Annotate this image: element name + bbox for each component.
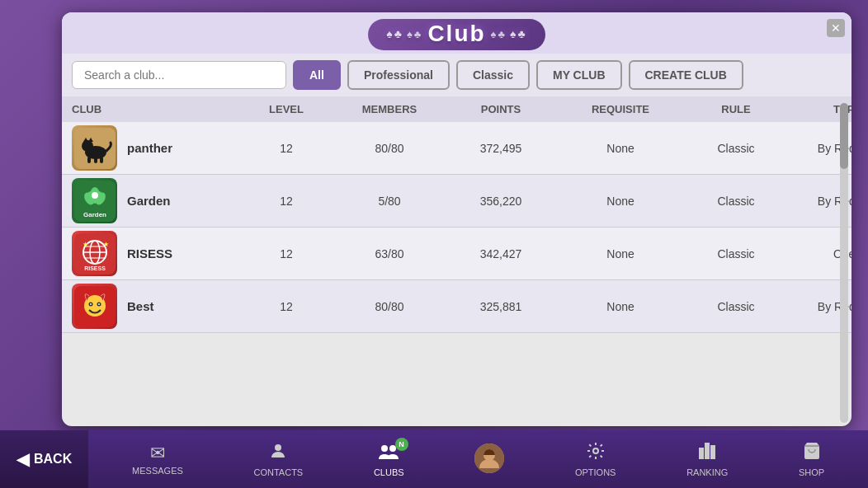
points-panther: 372,495 <box>443 142 559 155</box>
ranking-label: RANKING <box>686 467 728 477</box>
col-rule: RULE <box>682 103 790 115</box>
svg-text:Garden: Garden <box>83 211 106 218</box>
svg-point-35 <box>593 448 598 453</box>
svg-rect-36 <box>705 443 710 459</box>
risess-icon: ★ ★ RISESS <box>74 233 116 274</box>
col-members: MEMBERS <box>336 103 443 115</box>
club-logo-best <box>72 284 117 329</box>
nav-items: ✉ MESSAGES CONTACTS N <box>88 430 868 488</box>
club-info-risess: ★ ★ RISESS RISESS <box>72 231 237 276</box>
rule-panther: Classic <box>682 142 790 155</box>
options-icon <box>586 441 606 466</box>
level-garden: 12 <box>237 195 336 208</box>
svg-point-31 <box>381 445 388 452</box>
nav-shop[interactable]: SHOP <box>786 434 837 484</box>
title-area: ♠♣ Club ♠♣ <box>62 12 851 54</box>
points-risess: 342,427 <box>443 247 559 260</box>
scrollbar-thumb[interactable] <box>840 103 848 169</box>
avatar-icon <box>474 443 504 473</box>
close-button[interactable]: ✕ <box>827 19 845 37</box>
club-title: ♠♣ Club ♠♣ <box>368 19 545 50</box>
club-logo-panther <box>72 125 117 171</box>
filter-bar: All Professional Classic MY CLUB CREATE … <box>62 54 851 96</box>
svg-point-28 <box>90 303 92 305</box>
garden-logo-inner: Garden <box>72 178 117 223</box>
club-info-best: Best <box>72 284 237 329</box>
back-button[interactable]: ◀ BACK <box>0 449 88 469</box>
create-club-button[interactable]: CREATE CLUB <box>629 60 743 90</box>
filter-professional-button[interactable]: Professional <box>347 60 450 90</box>
requisite-risess: None <box>559 247 682 260</box>
club-info-panther: panther <box>72 125 237 171</box>
clubs-badge: N <box>395 438 408 451</box>
club-name-panther: panther <box>127 141 172 155</box>
level-best: 12 <box>237 300 336 313</box>
messages-label: MESSAGES <box>132 466 183 476</box>
messages-icon: ✉ <box>150 443 165 464</box>
nav-ranking[interactable]: RANKING <box>674 434 740 484</box>
requisite-panther: None <box>559 142 682 155</box>
filter-classic-button[interactable]: Classic <box>456 60 530 90</box>
level-risess: 12 <box>237 247 336 260</box>
clubs-label: CLUBS <box>374 467 404 477</box>
avatar <box>474 443 504 473</box>
options-label: OPTIONS <box>575 467 616 477</box>
svg-rect-37 <box>699 448 704 459</box>
contacts-icon <box>268 441 288 466</box>
points-garden: 356,220 <box>443 195 559 208</box>
nav-options[interactable]: OPTIONS <box>563 434 629 484</box>
nav-clubs[interactable]: N CLUBS <box>361 434 417 484</box>
back-arrow-icon: ◀ <box>17 449 29 469</box>
members-garden: 5/80 <box>336 195 443 208</box>
svg-point-30 <box>275 444 281 451</box>
svg-text:RISESS: RISESS <box>84 265 106 271</box>
rule-garden: Classic <box>682 195 790 208</box>
club-name-risess: RISESS <box>127 246 172 260</box>
panther-icon <box>74 128 116 169</box>
points-best: 325,881 <box>443 300 559 313</box>
members-best: 80/80 <box>336 300 443 313</box>
svg-text:★: ★ <box>83 241 88 248</box>
svg-point-13 <box>92 192 98 199</box>
svg-rect-38 <box>710 445 715 459</box>
back-label: BACK <box>34 452 72 467</box>
svg-rect-5 <box>100 157 103 163</box>
club-logo-garden: Garden <box>72 178 117 223</box>
svg-rect-4 <box>94 157 97 163</box>
col-requisite: REQUISITE <box>559 103 682 115</box>
svg-text:★: ★ <box>103 241 109 248</box>
title-decoration-left: ♠♣ <box>407 28 422 40</box>
requisite-best: None <box>559 300 682 313</box>
filter-myclubs-button[interactable]: MY CLUB <box>536 60 622 90</box>
requisite-garden: None <box>559 195 682 208</box>
rule-best: Classic <box>682 300 790 313</box>
search-input[interactable] <box>72 61 286 89</box>
club-logo-risess: ★ ★ RISESS <box>72 231 117 276</box>
bottom-nav: ◀ BACK ✉ MESSAGES CONTACTS <box>0 430 868 488</box>
club-name-best: Best <box>127 299 154 313</box>
ranking-icon <box>697 441 717 466</box>
table-row[interactable]: Garden Garden 12 5/80 356,220 None Class… <box>62 175 851 228</box>
svg-point-2 <box>82 140 93 152</box>
members-panther: 80/80 <box>336 142 443 155</box>
col-club: CLUB <box>72 103 237 115</box>
nav-profile[interactable] <box>462 437 517 481</box>
nav-contacts[interactable]: CONTACTS <box>242 434 316 484</box>
scrollbar-track[interactable] <box>840 103 848 423</box>
table-header: CLUB LEVEL MEMBERS POINTS REQUISITE RULE… <box>62 96 851 122</box>
nav-messages[interactable]: ✉ MESSAGES <box>120 436 196 482</box>
table-row[interactable]: panther 12 80/80 372,495 None Classic By… <box>62 122 851 175</box>
svg-rect-3 <box>87 157 91 163</box>
shop-icon <box>802 441 822 466</box>
club-info-garden: Garden Garden <box>72 178 237 223</box>
filter-all-button[interactable]: All <box>293 60 341 90</box>
table-row[interactable]: ★ ★ RISESS RISESS 12 63/80 342,427 None … <box>62 228 851 280</box>
contacts-label: CONTACTS <box>254 467 304 477</box>
rule-risess: Classic <box>682 247 790 260</box>
club-modal: ✕ ♠♣ Club ♠♣ All Professional Classic MY… <box>62 12 851 426</box>
table-row[interactable]: Best 12 80/80 325,881 None Classic By Re… <box>62 280 851 333</box>
title-decoration-right: ♠♣ <box>491 28 507 40</box>
level-panther: 12 <box>237 142 336 155</box>
best-icon <box>74 286 116 327</box>
svg-point-29 <box>98 303 100 305</box>
